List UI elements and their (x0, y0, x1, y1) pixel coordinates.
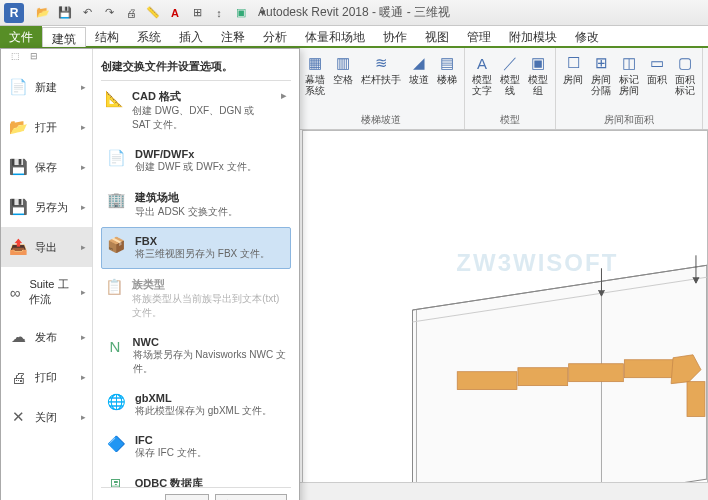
ribbon-group-0: ▦ 幕墙系统▥ 空格≋ 栏杆扶手◢ 坡道▤ 楼梯楼梯坡道 (298, 48, 465, 129)
ribbon-icon: ▣ (528, 53, 548, 73)
ribbon-button-1-1[interactable]: ／ 模型线 (497, 51, 523, 111)
ribbon-icon: ≋ (371, 53, 391, 73)
file-item-label: 保存 (35, 160, 57, 175)
ribbon-label: 坡道 (409, 74, 429, 85)
file-item-3[interactable]: 💾 另存为 ▸ (1, 187, 92, 227)
file-menu: ⬚⊟ 📄 新建 ▸📂 打开 ▸💾 保存 ▸💾 另存为 ▸📤 导出 ▸∞ Suit… (0, 48, 300, 500)
file-item-6[interactable]: ☁ 发布 ▸ (1, 317, 92, 357)
file-item-label: 发布 (35, 330, 57, 345)
export-item--[interactable]: 📋 族类型 将族类型从当前族导出到文本(txt)文件。 (101, 269, 291, 328)
file-item-icon: ☁ (7, 327, 29, 347)
file-item-4[interactable]: 📤 导出 ▸ (1, 227, 92, 267)
exit-revit-button[interactable]: 退出 Revit (215, 494, 287, 500)
qat-save-icon[interactable]: 💾 (56, 4, 74, 22)
export-list: 📐 CAD 格式 创建 DWG、DXF、DGN 或 SAT 文件。 ▸📄 DWF… (101, 81, 291, 487)
export-item-nwc[interactable]: N NWC 将场景另存为 Navisworks NWC 文件。 (101, 328, 291, 384)
tab-collaborate[interactable]: 协作 (374, 26, 416, 46)
file-item-7[interactable]: 🖨 打印 ▸ (1, 357, 92, 397)
ribbon-label: 房间 (563, 74, 583, 85)
tab-addins[interactable]: 附加模块 (500, 26, 566, 46)
qat-letter-icon[interactable]: A (166, 4, 184, 22)
ribbon-group-2: ☐ 房间⊞ 房间分隔◫ 标记房间▭ 面积▢ 面积标记房间和面积 (556, 48, 703, 129)
ribbon-button-2-0[interactable]: ☐ 房间 (560, 51, 586, 111)
titlebar: R 📂 💾 ↶ ↷ 🖨 📏 A ⊞ ↕ ▣ ▾ Autodesk Revit 2… (0, 0, 708, 26)
file-item-5[interactable]: ∞ Suite 工作流 ▸ (1, 267, 92, 317)
file-item-icon: ✕ (7, 407, 29, 427)
tab-architecture[interactable]: 建筑 (42, 27, 86, 47)
ribbon-icon: ▥ (333, 53, 353, 73)
export-title: NWC (133, 336, 287, 348)
file-item-icon: 🖨 (7, 367, 29, 387)
tab-analyze[interactable]: 分析 (254, 26, 296, 46)
export-title: DWF/DWFx (135, 148, 257, 160)
export-item-gbxml[interactable]: 🌐 gbXML 将此模型保存为 gbXML 文件。 (101, 384, 291, 426)
tab-systems[interactable]: 系统 (128, 26, 170, 46)
ribbon-button-0-0[interactable]: ▦ 幕墙系统 (302, 51, 328, 111)
file-item-1[interactable]: 📂 打开 ▸ (1, 107, 92, 147)
tab-insert[interactable]: 插入 (170, 26, 212, 46)
qat-measure-icon[interactable]: 📏 (144, 4, 162, 22)
export-item-odbc-[interactable]: 🗄 ODBC 数据库 将模型数据保存到 ODBC 数据库。 (101, 468, 291, 487)
file-item-label: 打开 (35, 120, 57, 135)
export-title: 建筑场地 (135, 190, 238, 205)
export-title: 族类型 (132, 277, 287, 292)
chevron-right-icon: ▸ (81, 287, 86, 297)
ribbon-button-0-3[interactable]: ◢ 坡道 (406, 51, 432, 111)
export-item-dwf-dwfx[interactable]: 📄 DWF/DWFx 创建 DWF 或 DWFx 文件。 (101, 140, 291, 182)
tab-manage[interactable]: 管理 (458, 26, 500, 46)
svg-rect-3 (624, 360, 674, 378)
qat-arrow-icon[interactable]: ↕ (210, 4, 228, 22)
ribbon: ▦ 幕墙系统▥ 空格≋ 栏杆扶手◢ 坡道▤ 楼梯楼梯坡道A 模型文字／ 模型线▣… (298, 48, 708, 130)
file-item-label: 另存为 (35, 200, 68, 215)
export-title: IFC (135, 434, 207, 446)
tab-massing[interactable]: 体量和场地 (296, 26, 374, 46)
export-item--[interactable]: 🏢 建筑场地 导出 ADSK 交换文件。 (101, 182, 291, 227)
export-title: FBX (135, 235, 270, 247)
ribbon-button-1-0[interactable]: A 模型文字 (469, 51, 495, 111)
viewport[interactable]: ZW3WISOFT (302, 130, 708, 500)
qat-undo-icon[interactable]: ↶ (78, 4, 96, 22)
tab-modify[interactable]: 修改 (566, 26, 608, 46)
ribbon-button-2-1[interactable]: ⊞ 房间分隔 (588, 51, 614, 111)
qat-print-icon[interactable]: 🖨 (122, 4, 140, 22)
tab-view[interactable]: 视图 (416, 26, 458, 46)
file-item-icon: 📄 (7, 77, 29, 97)
ribbon-label: 模型组 (528, 74, 548, 96)
export-item-fbx[interactable]: 📦 FBX 将三维视图另存为 FBX 文件。 (101, 227, 291, 269)
ribbon-icon: ◢ (409, 53, 429, 73)
export-icon: N (105, 336, 125, 356)
ribbon-button-0-1[interactable]: ▥ 空格 (330, 51, 356, 111)
window-title: Autodesk Revit 2018 - 暖通 - 三维视 (258, 4, 450, 21)
qat-redo-icon[interactable]: ↷ (100, 4, 118, 22)
export-item-cad-[interactable]: 📐 CAD 格式 创建 DWG、DXF、DGN 或 SAT 文件。 ▸ (101, 81, 291, 140)
export-icon: 📐 (105, 89, 124, 109)
ribbon-button-2-4[interactable]: ▢ 面积标记 (672, 51, 698, 111)
ribbon-button-2-2[interactable]: ◫ 标记房间 (616, 51, 642, 111)
ribbon-button-0-4[interactable]: ▤ 楼梯 (434, 51, 460, 111)
export-icon: 📋 (105, 277, 124, 297)
chevron-right-icon: ▸ (81, 202, 86, 212)
ribbon-icon: ▭ (647, 53, 667, 73)
export-item-ifc[interactable]: 🔷 IFC 保存 IFC 文件。 (101, 426, 291, 468)
qat-open-icon[interactable]: 📂 (34, 4, 52, 22)
file-item-2[interactable]: 💾 保存 ▸ (1, 147, 92, 187)
ribbon-button-0-2[interactable]: ≋ 栏杆扶手 (358, 51, 404, 111)
qat-panel-icon[interactable]: ▣ (232, 4, 250, 22)
export-icon: 📦 (105, 235, 127, 255)
export-desc: 保存 IFC 文件。 (135, 446, 207, 460)
tab-structure[interactable]: 结构 (86, 26, 128, 46)
ribbon-button-2-3[interactable]: ▭ 面积 (644, 51, 670, 111)
file-item-0[interactable]: 📄 新建 ▸ (1, 67, 92, 107)
tab-file[interactable]: 文件 (0, 26, 42, 46)
file-item-8[interactable]: ✕ 关闭 ▸ (1, 397, 92, 437)
menubar: 文件 建筑 结构 系统 插入 注释 分析 体量和场地 协作 视图 管理 附加模块… (0, 26, 708, 48)
ribbon-label: 面积 (647, 74, 667, 85)
options-button[interactable]: 选项 (165, 494, 209, 500)
export-desc: 将族类型从当前族导出到文本(txt)文件。 (132, 292, 287, 320)
tab-annotate[interactable]: 注释 (212, 26, 254, 46)
export-desc: 将三维视图另存为 FBX 文件。 (135, 247, 270, 261)
qat-nav-icon[interactable]: ⊞ (188, 4, 206, 22)
file-item-icon: 💾 (7, 197, 29, 217)
ribbon-button-1-2[interactable]: ▣ 模型组 (525, 51, 551, 111)
export-icon: 🌐 (105, 392, 127, 412)
